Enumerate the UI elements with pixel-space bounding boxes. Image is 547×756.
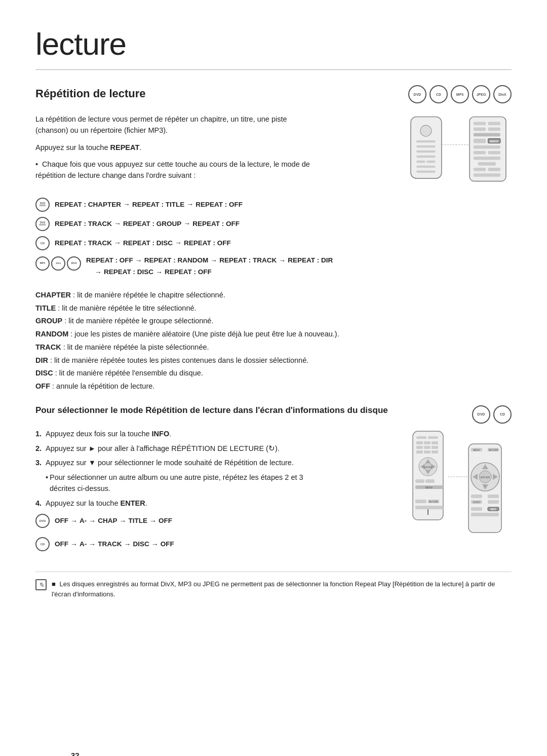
svg-rect-33 xyxy=(432,441,438,444)
section2-heading: Pour sélectionner le mode Répétition de … xyxy=(35,404,388,417)
repeat-chapter-label: REPEAT : CHAPTER xyxy=(55,200,121,210)
note-box: ✎ ■ Les disques enregistrés au format Di… xyxy=(35,572,512,599)
svg-text:MENU: MENU xyxy=(473,449,480,451)
repeat-row-mp3: MP3 JPEG DivX REPEAT : OFF → REPEAT : RA… xyxy=(35,255,512,278)
arrow11: → xyxy=(155,267,163,278)
dvd-audio-icon: DVDAUDIO xyxy=(35,217,50,231)
repeat-disc-label2: REPEAT : DISC xyxy=(104,267,153,277)
bottom-dvd-flow: OFF → A- → CHAP → TITLE → OFF xyxy=(55,516,172,526)
svg-rect-7 xyxy=(426,161,436,163)
svg-rect-38 xyxy=(424,450,431,453)
repeat-title-label: REPEAT : TITLE xyxy=(132,200,184,210)
svg-rect-5 xyxy=(416,156,436,158)
divx-icon: DivX xyxy=(493,85,512,103)
bottom-cd-icons: CD xyxy=(35,537,50,551)
bottom-cd-flow: OFF → A- → TRACK → DISC → OFF xyxy=(55,539,174,550)
arrow4: → xyxy=(183,218,190,229)
bullet-content: Chaque fois que vous appuyez sur cette t… xyxy=(35,160,310,179)
svg-rect-13 xyxy=(474,128,486,131)
svg-rect-11 xyxy=(474,122,486,125)
repeat-flow-cd: REPEAT : TRACK → REPEAT : DISC → REPEAT … xyxy=(55,238,231,248)
svg-rect-37 xyxy=(416,450,423,453)
def-chapter: CHAPTER : lit de manière répétée le chap… xyxy=(35,290,512,301)
definitions-section: CHAPTER : lit de manière répétée le chap… xyxy=(35,290,512,392)
svg-rect-12 xyxy=(488,122,500,125)
svg-rect-21 xyxy=(488,151,500,155)
repeat-off-label3: REPEAT : OFF xyxy=(184,238,231,248)
mp3-repeat-icon: MP3 xyxy=(35,256,50,271)
step1-num: 1. xyxy=(35,429,42,440)
remote-svg-bottom: ENTER MENU RETURN MENU xyxy=(410,429,504,545)
cd-icon-s2: CD xyxy=(493,405,512,424)
svg-point-1 xyxy=(420,125,432,136)
steps-list: 1. Appuyez deux fois sur la touche INFO.… xyxy=(35,429,319,509)
repeat-rows-section: DVDVIDEO REPEAT : CHAPTER → REPEAT : TIT… xyxy=(35,198,512,278)
dvd-icon: DVD xyxy=(408,85,426,103)
svg-rect-53 xyxy=(415,500,426,503)
repeat-flow-mp3-line2: → REPEAT : DISC → REPEAT : OFF xyxy=(86,267,333,278)
svg-rect-25 xyxy=(488,168,500,171)
svg-rect-18 xyxy=(474,139,486,143)
svg-rect-19 xyxy=(474,145,500,149)
repeat-track-label3: REPEAT : TRACK xyxy=(219,255,277,266)
svg-rect-23 xyxy=(478,162,496,166)
repeat-dir-label: REPEAT : DIR xyxy=(288,255,333,266)
svg-rect-8 xyxy=(416,166,436,168)
svg-rect-48 xyxy=(425,479,435,483)
repeat-row-dvdaudio: DVDAUDIO REPEAT : TRACK → REPEAT : GROUP… xyxy=(35,217,512,231)
bottom-row-cd: CD OFF → A- → TRACK → DISC → OFF xyxy=(35,537,400,551)
bottom-row-dvd: DVD OFF → A- → CHAP → TITLE → OFF xyxy=(35,514,400,528)
repeat-flow-dvd: REPEAT : CHAPTER → REPEAT : TITLE → REPE… xyxy=(55,199,243,210)
off-label-b3: OFF xyxy=(55,539,68,549)
dvd-video-icon: DVDVIDEO xyxy=(35,198,50,212)
def-dir: DIR : lit de manière répétée toutes les … xyxy=(35,355,512,366)
repeat-label: REPEAT xyxy=(110,143,140,152)
svg-rect-15 xyxy=(474,133,500,137)
note-icon: ✎ xyxy=(35,579,47,590)
svg-rect-55 xyxy=(415,506,443,509)
intro-area: La répétition de lecture vous permet de … xyxy=(35,114,405,187)
svg-rect-31 xyxy=(416,441,423,444)
off-label-b2: OFF xyxy=(159,516,172,526)
svg-rect-76 xyxy=(471,513,499,516)
title-label-b: TITLE xyxy=(129,516,148,526)
svg-rect-32 xyxy=(424,441,431,444)
def-off: OFF : annule la répétition de lecture. xyxy=(35,381,512,392)
step3-num: 3. xyxy=(35,458,42,469)
bottom-dvd-icons: DVD xyxy=(35,514,50,528)
step2-num: 2. xyxy=(35,443,42,455)
off-label-b1: OFF xyxy=(55,516,68,526)
svg-rect-20 xyxy=(474,151,486,155)
repeat-track-label2: REPEAT : TRACK xyxy=(55,238,112,248)
svg-rect-14 xyxy=(488,128,500,131)
svg-rect-3 xyxy=(416,145,436,147)
svg-rect-24 xyxy=(474,168,486,171)
section2-content: 1. Appuyez deux fois sur la touche INFO.… xyxy=(35,429,512,567)
repeat-off-label4: REPEAT : OFF xyxy=(86,255,133,266)
svg-text:ENTER: ENTER xyxy=(481,476,490,479)
svg-rect-69 xyxy=(488,495,499,498)
arrow9: → xyxy=(279,255,286,266)
repeat-row-mp3-icons: MP3 JPEG DivX xyxy=(35,256,81,271)
repeat-flow-dvdaudio: REPEAT : TRACK → REPEAT : GROUP → REPEAT… xyxy=(55,218,240,229)
svg-text:ENTER: ENTER xyxy=(424,466,433,469)
remote-svg-top: REPEAT xyxy=(405,114,512,187)
repeat-row-dvdaudio-icons: DVDAUDIO xyxy=(35,217,50,231)
arrow5: → xyxy=(114,238,121,248)
dvd-bottom-icon: DVD xyxy=(35,514,50,528)
svg-rect-39 xyxy=(432,450,438,453)
repeat-group-label: REPEAT : GROUP xyxy=(123,219,181,229)
svg-rect-2 xyxy=(416,140,436,142)
arrow3: → xyxy=(114,218,121,229)
arrow1: → xyxy=(123,199,130,210)
chap-label: CHAP xyxy=(98,516,117,526)
cd-icon: CD xyxy=(429,85,448,103)
def-track: TRACK : lit de manière répétée la piste … xyxy=(35,342,512,353)
step-4: 4. Appuyez sur la touche ENTER. xyxy=(35,498,319,509)
svg-text:MENU: MENU xyxy=(425,486,433,489)
arrow6: → xyxy=(175,238,182,248)
arrow2: → xyxy=(186,199,193,210)
step-2: 2. Appuyez sur ► pour aller à l'affichag… xyxy=(35,443,319,455)
arrow10: → xyxy=(95,267,102,278)
cd-repeat-icon: CD xyxy=(35,236,50,250)
